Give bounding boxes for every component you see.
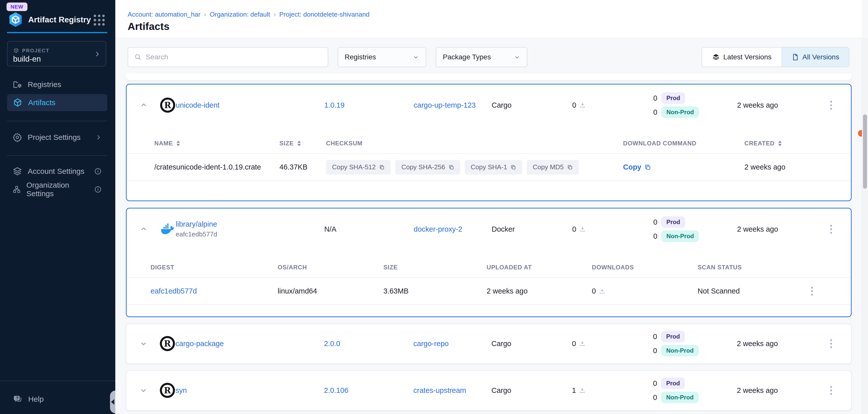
expand-button[interactable] [126,340,160,348]
artifact-row: R cargo-package 2.0.0 cargo-repo Cargo 0… [126,324,851,363]
chevron-down-icon [514,54,520,60]
row-menu-kebab-icon[interactable] [809,285,815,298]
artifact-name-link[interactable]: syn [176,386,187,394]
copy-sha512-button[interactable]: Copy SHA-512 [326,160,391,175]
uploaded-at-label: 2 weeks ago [487,287,592,295]
deployments-cell: 0 Prod 0 Non-Prod [640,377,718,404]
download-icon [579,226,586,232]
copy-sha1-button[interactable]: Copy SHA-1 [465,160,522,175]
latest-versions-label: Latest Versions [723,53,771,61]
sidebar-item-account-settings[interactable]: Account Settings [7,164,107,179]
column-header-downloads: DOWNLOADS [592,264,698,271]
artifact-name-link[interactable]: unicode-ident [176,101,219,109]
registries-dropdown-label: Registries [345,53,376,61]
info-icon[interactable] [94,185,102,193]
sidebar-item-label: Project Settings [28,133,81,142]
app-title: Artifact Registry [28,15,91,24]
downloads-count: 0 [572,225,576,233]
downloads-count: 1 [572,386,576,394]
artifact-name-link[interactable]: cargo-package [176,340,224,348]
all-versions-button[interactable]: All Versions [782,47,849,67]
artifact-digest-subtext: eafc1edb577d [176,230,318,238]
copy-md5-button[interactable]: Copy MD5 [527,160,579,175]
info-icon[interactable] [94,168,102,175]
app-header: Artifact Registry [7,11,108,28]
sidebar-collapse-handle[interactable] [110,391,115,413]
files-table-header: NAME SIZE CHECKSUM DOWNLOAD COMMAND CREA… [127,126,851,154]
column-header-os-arch: OS/ARCH [278,264,383,271]
cargo-package-icon: R [160,383,175,398]
prod-count: 0 [653,218,657,227]
file-icon [792,54,799,61]
copy-icon [379,165,385,170]
created-label: 2 weeks ago [718,225,811,233]
digest-link[interactable]: eafc1edb577d [151,287,197,295]
prod-count: 0 [653,94,657,102]
artifacts-icon [12,98,23,108]
search-box[interactable] [128,47,328,67]
copy-download-command-button[interactable]: Copy [623,163,744,171]
file-name: /cratesunicode-ident-1.0.19.crate [154,163,279,171]
help-chat-icon: ? [12,394,23,404]
expand-button[interactable] [126,386,160,394]
sidebar-item-registries[interactable]: Registries [7,77,107,92]
package-type-label: Cargo [491,386,572,394]
os-arch-label: linux/amd64 [278,287,383,295]
sidebar-item-help[interactable]: ? Help [7,391,107,407]
column-header-size[interactable]: SIZE [279,140,326,147]
search-input[interactable] [146,53,322,61]
column-header-created[interactable]: CREATED [744,140,851,147]
deployments-cell: 0 Prod 0 Non-Prod [640,331,718,357]
scrollbar-thumb[interactable] [863,114,867,188]
collapse-left-arrow-icon [111,399,114,405]
file-created: 2 weeks ago [744,163,851,171]
row-menu-kebab-icon[interactable] [828,223,834,236]
package-types-dropdown[interactable]: Package Types [436,47,527,67]
sidebar-item-label: Registries [28,80,61,89]
breadcrumb-org-link[interactable]: Organization: default [210,10,270,19]
partial-card-above [126,73,851,80]
column-header-digest: DIGEST [151,264,278,271]
non-prod-badge: Non-Prod [661,106,699,118]
registries-dropdown[interactable]: Registries [338,47,426,67]
download-icon [599,288,606,295]
app-switcher-grid-icon[interactable] [94,14,105,26]
version-link[interactable]: 1.0.19 [324,101,345,109]
artifact-name-link[interactable]: library/alpine [176,220,217,228]
non-prod-badge: Non-Prod [661,345,699,356]
page-header: Account: automation_har › Organization: … [115,0,862,38]
column-header-scan-status: SCAN STATUS [698,264,809,271]
sidebar-divider [7,156,107,156]
layers-icon [712,53,720,61]
sidebar-item-organization-settings[interactable]: Organization Settings [7,182,107,197]
registry-link[interactable]: cargo-up-temp-123 [413,101,476,109]
registry-link[interactable]: docker-proxy-2 [413,225,462,233]
registry-link[interactable]: cargo-repo [413,340,448,348]
registry-link[interactable]: crates-upstream [413,386,466,394]
sidebar-item-artifacts[interactable]: Artifacts [7,94,107,111]
breadcrumb-account-link[interactable]: Account: automation_har [128,10,200,19]
artifact-registry-logo-icon [7,11,24,28]
version-link[interactable]: 2.0.0 [324,340,340,348]
breadcrumb-separator: › [200,10,210,19]
downloads-count: 0 [572,101,576,109]
copy-sha256-button[interactable]: Copy SHA-256 [395,160,460,175]
package-type-label: Docker [492,225,572,233]
sort-icon [297,141,301,146]
version-link[interactable]: 2.0.106 [324,386,348,394]
sidebar-item-project-settings[interactable]: Project Settings [7,129,107,145]
row-menu-kebab-icon[interactable] [828,99,834,112]
collapse-button[interactable] [127,101,161,109]
latest-versions-button[interactable]: Latest Versions [702,47,782,67]
collapse-button[interactable] [127,225,161,233]
svg-text:?: ? [16,396,19,401]
breadcrumb: Account: automation_har › Organization: … [128,10,370,19]
row-menu-kebab-icon[interactable] [828,337,834,350]
breadcrumb-project-link[interactable]: Project: donotdelete-shivanand [279,10,369,19]
row-menu-kebab-icon[interactable] [828,384,834,397]
project-selector[interactable]: PROJECT build-en [7,41,106,66]
column-header-name[interactable]: NAME [154,140,279,147]
deployments-cell: 0 Prod 0 Non-Prod [640,92,718,118]
scrollbar-track[interactable] [862,38,868,414]
prod-badge: Prod [661,216,685,228]
